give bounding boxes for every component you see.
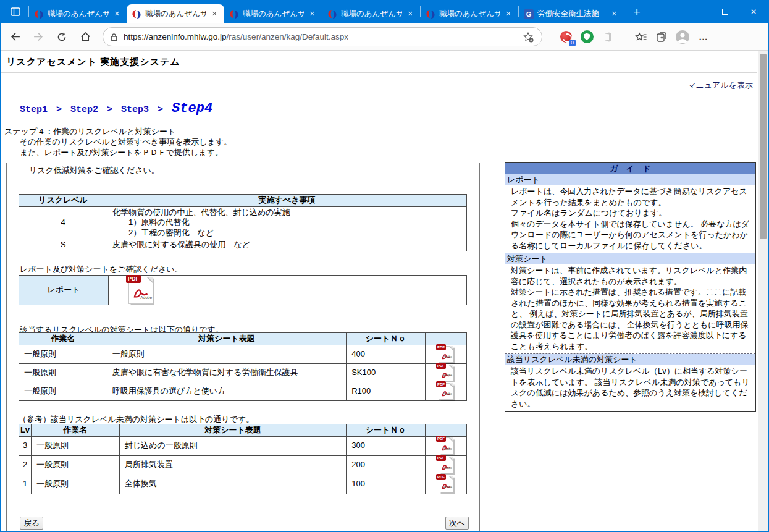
maximize-button[interactable] xyxy=(711,0,739,23)
step-separator: > xyxy=(107,104,112,115)
tab-actions-menu-icon[interactable] xyxy=(6,2,25,21)
pdf-icon[interactable]: PDFAdobe xyxy=(439,365,453,381)
work-name-cell: 一般原則 xyxy=(19,345,107,363)
pdf-icon[interactable]: PDF Adobe xyxy=(128,277,153,304)
pdf-cell: PDFAdobe xyxy=(426,475,467,494)
step1-label[interactable]: Step1 xyxy=(20,104,48,115)
tab-6[interactable]: G 労働安全衛生法施 ✕ xyxy=(519,4,624,23)
refresh-icon[interactable] xyxy=(52,27,72,47)
manual-link[interactable]: マニュアルを表示 xyxy=(687,80,753,91)
tab-close-icon[interactable]: ✕ xyxy=(504,9,513,19)
tab-close-icon[interactable]: ✕ xyxy=(112,9,122,19)
anzen-site-favicon xyxy=(132,9,141,19)
url-text: https://anzeninfo.mhlw.go.jp/ras/user/an… xyxy=(124,32,348,41)
sheet-title-cell: 一般原則 xyxy=(107,345,346,363)
step-description-1: その作業のリスクレベルと対策すべき事項を表示します。 xyxy=(20,137,232,148)
work-name-cell: 一般原則 xyxy=(19,363,107,382)
address-bar[interactable]: https://anzeninfo.mhlw.go.jp/ras/user/an… xyxy=(103,27,542,46)
collections-icon[interactable] xyxy=(654,30,669,44)
pdf-icon[interactable]: PDFAdobe xyxy=(439,476,453,492)
tab-title: 職場のあんぜんサイト xyxy=(341,9,402,19)
home-icon[interactable] xyxy=(75,27,95,47)
tab-close-icon[interactable]: ✕ xyxy=(210,9,219,19)
reference-sheet-table: Lv 作業名 対策シート表題 シートＮｏ 3 一般原則 封じ込めの一般原則 30… xyxy=(19,424,467,494)
tab-close-icon[interactable]: ✕ xyxy=(308,9,317,19)
sheet-no-cell: 300 xyxy=(347,436,426,455)
step-description-2: また、レポート及び対策シートをＰＤＦで提供します。 xyxy=(20,147,223,158)
adobe-label: Adobe xyxy=(443,444,452,454)
risk-level-cell: S xyxy=(19,239,107,251)
browser-window: 職場のあんぜんサイト ✕ 職場のあんぜんサイト ✕ 職場のあんぜんサイト ✕ 職… xyxy=(0,0,769,532)
adblock-extension-icon[interactable]: 0 xyxy=(558,30,573,44)
table-row: 4 化学物質の使用の中止、代替化、封じ込めの実施 1）原料の代替化 2）工程の密… xyxy=(19,206,467,239)
table-header-row: Lv 作業名 対策シート表題 シートＮｏ xyxy=(19,424,467,437)
adobe-label: Adobe xyxy=(443,370,452,381)
tab-3[interactable]: 職場のあんぜんサイト ✕ xyxy=(224,4,322,23)
column-header: 対策シート表題 xyxy=(119,424,346,437)
pdf-cell: PDFAdobe xyxy=(426,363,467,382)
office-extension-icon[interactable] xyxy=(600,30,615,44)
tab-close-icon[interactable]: ✕ xyxy=(406,9,415,19)
vertical-scrollbar[interactable] xyxy=(758,51,768,531)
tab-title: 職場のあんぜんサイト xyxy=(145,9,206,19)
pdf-icon[interactable]: PDFAdobe xyxy=(439,346,453,363)
risk-level-table: リスクレベル 実施すべき事項 4 化学物質の使用の中止、代替化、封じ込めの実施 … xyxy=(19,194,467,251)
close-button[interactable]: ✕ xyxy=(739,0,768,23)
step3-label[interactable]: Step3 xyxy=(121,104,149,115)
favorites-icon[interactable] xyxy=(633,30,648,44)
pdf-label: PDF xyxy=(436,474,446,480)
tab-4[interactable]: 職場のあんぜんサイト ✕ xyxy=(322,4,420,23)
column-header: シートＮｏ xyxy=(347,333,426,345)
pdf-label: PDF xyxy=(436,455,446,461)
pdf-label: PDF xyxy=(436,381,446,387)
maximize-icon xyxy=(722,9,728,15)
title-divider xyxy=(1,72,757,73)
step2-label[interactable]: Step2 xyxy=(70,104,98,115)
sheet-title-cell: 局所排気装置 xyxy=(119,455,346,475)
work-name-cell: 一般原則 xyxy=(31,436,119,455)
pdf-icon[interactable]: PDFAdobe xyxy=(439,437,453,454)
avatar-icon xyxy=(676,30,689,44)
window-controls: ✕ xyxy=(683,0,768,23)
back-nav-icon[interactable] xyxy=(5,27,25,47)
new-tab-button[interactable]: + xyxy=(628,4,645,21)
next-button[interactable]: 次へ xyxy=(445,517,469,530)
tab-title: 労働安全衛生法施 xyxy=(537,9,606,19)
column-header: 対策シート表題 xyxy=(107,333,346,345)
work-name-cell: 一般原則 xyxy=(31,455,119,475)
settings-menu-icon[interactable]: … xyxy=(696,30,711,44)
pdf-icon[interactable]: PDFAdobe xyxy=(439,383,453,400)
egov-g-favicon: G xyxy=(524,9,534,19)
lock-icon xyxy=(109,32,119,42)
page-fold xyxy=(450,457,453,460)
forward-nav-icon[interactable] xyxy=(28,27,48,47)
tab-2-active[interactable]: 職場のあんぜんサイト ✕ xyxy=(127,4,224,23)
security-extension-icon[interactable] xyxy=(579,30,594,44)
tab-5[interactable]: 職場のあんぜんサイト ✕ xyxy=(421,4,518,23)
report-pdf-cell: PDF Adobe xyxy=(109,276,467,305)
page-title: リスクアセスメント 実施支援システム xyxy=(6,56,180,68)
pdf-cell: PDFAdobe xyxy=(426,345,467,363)
countermeasure-sheet-table: 作業名 対策シート表題 シートＮｏ 一般原則 一般原則 400 PDFAdobe… xyxy=(19,332,467,401)
guide-section-heading: レポート xyxy=(505,174,755,185)
sheet-no-cell: R100 xyxy=(347,382,426,400)
tab-separator xyxy=(624,6,624,17)
table-row: 1 一般原則 全体換気 100 PDFAdobe xyxy=(19,475,467,494)
risk-level-cell: 4 xyxy=(19,206,107,239)
level-cell: 2 xyxy=(19,455,32,475)
column-header: Lv xyxy=(19,424,32,437)
back-button[interactable]: 戻る xyxy=(20,517,43,530)
minimize-button[interactable] xyxy=(683,0,711,23)
guide-title: ガ イ ド xyxy=(505,163,755,174)
pdf-icon[interactable]: PDFAdobe xyxy=(439,457,453,473)
table-header-row: リスクレベル 実施すべき事項 xyxy=(19,195,467,207)
tab-close-icon[interactable]: ✕ xyxy=(610,9,619,19)
column-header-empty xyxy=(426,424,467,437)
adobe-label: Adobe xyxy=(140,293,152,303)
bookmark-star-icon[interactable] xyxy=(521,30,536,44)
profile-avatar[interactable] xyxy=(675,30,690,44)
tab-1[interactable]: 職場のあんぜんサイト ✕ xyxy=(29,4,127,23)
guide-section-body: 該当リスクレベル未満のリスクレベル（Lv）に相当する対策シートを表示しています。… xyxy=(505,365,755,411)
scrollbar-thumb[interactable] xyxy=(760,54,767,239)
toolbar-divider xyxy=(624,31,624,43)
